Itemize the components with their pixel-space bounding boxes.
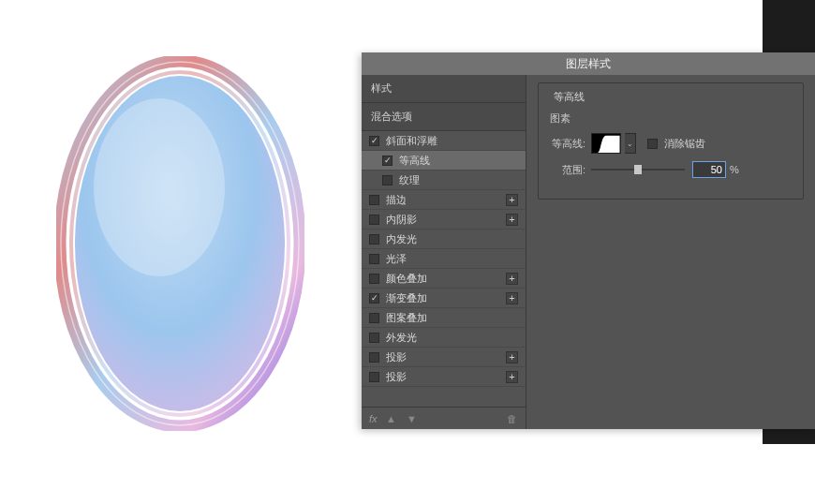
layer-style-dialog: 图层样式 样式 混合选项 斜面和浮雕等高线纹理描边+内阴影+内发光光泽颜色叠加+… [362, 52, 815, 429]
trash-icon[interactable]: 🗑 [505, 412, 518, 425]
fx-label[interactable]: fx [369, 413, 378, 424]
style-row-label: 图案叠加 [386, 311, 518, 325]
dialog-titlebar[interactable]: 图层样式 [362, 52, 815, 75]
style-row-label: 描边 [386, 193, 506, 207]
style-checkbox[interactable] [369, 372, 379, 382]
antialias-checkbox[interactable] [647, 139, 658, 149]
style-row-label: 投影 [386, 370, 506, 384]
content-panel-title: 等高线 [550, 90, 588, 104]
svg-point-4 [94, 98, 225, 276]
contour-group: 等高线 图素 等高线: ⌄ 消除锯齿 范围: [538, 82, 804, 200]
add-effect-icon[interactable]: + [506, 194, 518, 206]
style-row-label: 颜色叠加 [386, 272, 506, 286]
arrow-down-icon[interactable]: ▼ [406, 412, 419, 425]
style-row-label: 纹理 [399, 173, 518, 187]
add-effect-icon[interactable]: + [506, 371, 518, 383]
style-row[interactable]: 纹理 [362, 170, 526, 190]
style-row-label: 等高线 [399, 154, 518, 168]
contour-row: 等高线: ⌄ 消除锯齿 [548, 133, 793, 154]
range-input[interactable] [692, 161, 726, 178]
style-row[interactable]: 渐变叠加+ [362, 289, 526, 308]
sidebar-heading-blend[interactable]: 混合选项 [362, 103, 526, 131]
style-row[interactable]: 光泽 [362, 249, 526, 269]
contour-label: 等高线: [548, 137, 591, 151]
style-checkbox[interactable] [369, 313, 379, 323]
style-list: 斜面和浮雕等高线纹理描边+内阴影+内发光光泽颜色叠加+渐变叠加+图案叠加外发光投… [362, 131, 526, 407]
add-effect-icon[interactable]: + [506, 351, 518, 363]
range-label: 范围: [548, 163, 591, 177]
range-row: 范围: % [548, 159, 793, 180]
style-checkbox[interactable] [369, 234, 379, 245]
style-row[interactable]: 等高线 [362, 151, 526, 170]
antialias-option[interactable]: 消除锯齿 [647, 137, 705, 151]
canvas-artwork [56, 56, 304, 431]
style-row[interactable]: 内发光 [362, 230, 526, 249]
style-row-label: 内阴影 [386, 213, 506, 227]
content-panel: 等高线 图素 等高线: ⌄ 消除锯齿 范围: [526, 75, 815, 429]
style-checkbox[interactable] [369, 352, 379, 363]
style-row[interactable]: 投影+ [362, 367, 526, 387]
contour-dropdown-caret[interactable]: ⌄ [625, 133, 636, 154]
style-row-label: 外发光 [386, 331, 518, 345]
style-row[interactable]: 颜色叠加+ [362, 269, 526, 289]
style-checkbox[interactable] [369, 215, 379, 225]
arrow-up-icon[interactable]: ▲ [385, 412, 398, 425]
range-slider-thumb[interactable] [634, 165, 642, 174]
style-row[interactable]: 内阴影+ [362, 210, 526, 230]
dialog-title: 图层样式 [566, 57, 611, 70]
elements-heading: 图素 [550, 111, 793, 126]
style-row-label: 内发光 [386, 232, 518, 246]
contour-preset-swatch[interactable] [591, 133, 621, 154]
style-checkbox[interactable] [369, 333, 379, 343]
style-checkbox[interactable] [382, 175, 393, 185]
style-checkbox[interactable] [369, 195, 379, 205]
add-effect-icon[interactable]: + [506, 292, 518, 304]
style-checkbox[interactable] [382, 156, 393, 166]
sidebar-footer: fx ▲ ▼ 🗑 [362, 407, 526, 429]
styles-sidebar: 样式 混合选项 斜面和浮雕等高线纹理描边+内阴影+内发光光泽颜色叠加+渐变叠加+… [362, 75, 526, 429]
style-checkbox[interactable] [369, 293, 379, 304]
sidebar-heading-styles[interactable]: 样式 [362, 75, 526, 103]
style-row[interactable]: 斜面和浮雕 [362, 131, 526, 151]
style-checkbox[interactable] [369, 274, 379, 284]
style-row[interactable]: 投影+ [362, 348, 526, 367]
add-effect-icon[interactable]: + [506, 273, 518, 285]
style-row[interactable]: 图案叠加 [362, 308, 526, 328]
style-row-label: 渐变叠加 [386, 291, 506, 305]
range-slider[interactable] [591, 169, 685, 170]
range-unit: % [730, 164, 739, 175]
style-row-label: 光泽 [386, 252, 518, 266]
add-effect-icon[interactable]: + [506, 214, 518, 226]
style-row-label: 斜面和浮雕 [386, 134, 518, 148]
style-row[interactable]: 外发光 [362, 328, 526, 348]
style-checkbox[interactable] [369, 136, 379, 146]
antialias-label: 消除锯齿 [664, 137, 705, 151]
style-row[interactable]: 描边+ [362, 190, 526, 210]
style-checkbox[interactable] [369, 254, 379, 264]
style-row-label: 投影 [386, 350, 506, 364]
